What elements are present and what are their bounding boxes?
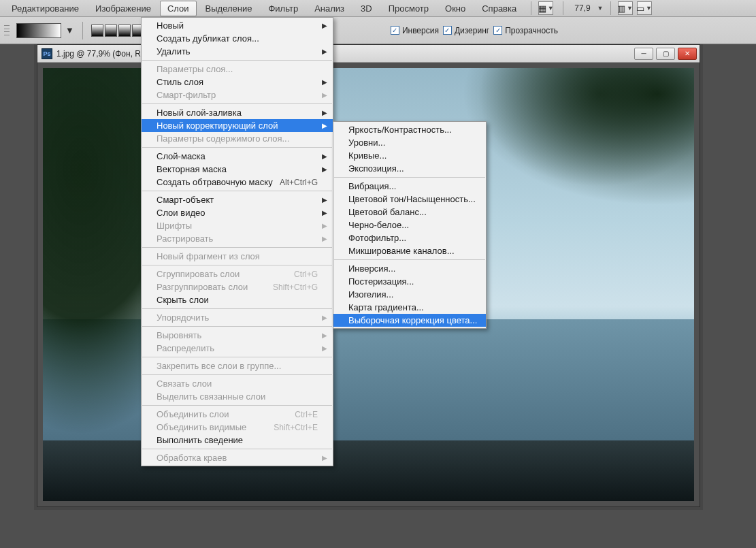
chevron-down-icon[interactable]: ▼ bbox=[596, 5, 604, 12]
layers-menu-item[interactable]: Слои видео▶ bbox=[142, 206, 333, 219]
chevron-down-icon[interactable]: ▼ bbox=[65, 25, 74, 35]
main-menubar: Редактирование Изображение Слои Выделени… bbox=[0, 0, 756, 17]
layers-menu-item[interactable]: Слой-маска▶ bbox=[142, 150, 333, 163]
layers-menu-item[interactable]: Новый корректирующий слой▶ bbox=[142, 119, 333, 132]
inversion-checkbox[interactable]: ✓Инверсия bbox=[391, 26, 439, 35]
separator bbox=[563, 1, 563, 15]
adjustment-menu-item[interactable]: Цветовой баланс... bbox=[333, 206, 486, 219]
layers-menu-item[interactable]: Создать дубликат слоя... bbox=[142, 32, 333, 45]
layers-menu-item[interactable]: Смарт-объект▶ bbox=[142, 193, 333, 206]
screen-mode-icon[interactable]: ▦▼ bbox=[538, 1, 553, 15]
submenu-arrow-icon: ▶ bbox=[322, 454, 327, 462]
adjustment-menu-item[interactable]: Выборочная коррекция цвета... bbox=[333, 314, 486, 327]
menu-filter[interactable]: Фильтр bbox=[261, 1, 306, 16]
menu-item-label: Черно-белое... bbox=[348, 220, 409, 230]
menu-item-label: Параметры содержимого слоя... bbox=[157, 133, 289, 144]
menu-item-label: Распределить bbox=[157, 343, 214, 353]
menu-shortcut: Ctrl+E bbox=[295, 410, 318, 419]
menu-edit[interactable]: Редактирование bbox=[4, 1, 86, 16]
submenu-arrow-icon: ▶ bbox=[322, 78, 327, 86]
menu-view[interactable]: Просмотр bbox=[381, 1, 436, 16]
layers-menu-item: Объединить видимыеShift+Ctrl+E bbox=[142, 421, 333, 434]
menu-item-label: Фотофильтр... bbox=[348, 233, 406, 243]
menu-item-label: Стиль слоя bbox=[157, 77, 203, 87]
adjustment-menu-item[interactable]: Яркость/Контрастность... bbox=[333, 123, 486, 136]
menu-separator bbox=[334, 259, 485, 260]
adjustment-menu-item[interactable]: Инверсия... bbox=[333, 262, 486, 275]
menu-item-label: Векторная маска bbox=[157, 164, 227, 174]
menu-item-label: Выделить связанные слои bbox=[157, 391, 265, 402]
menu-layers[interactable]: Слои bbox=[160, 1, 197, 16]
menu-shortcut: Shift+Ctrl+E bbox=[274, 423, 318, 432]
arrange-icon[interactable]: ▥▼ bbox=[618, 1, 633, 15]
menu-item-label: Кривые... bbox=[348, 150, 387, 161]
menu-analysis[interactable]: Анализ bbox=[307, 1, 352, 16]
adjustment-menu-item[interactable]: Микширование каналов... bbox=[333, 244, 486, 257]
adjustment-menu-item[interactable]: Экспозиция... bbox=[333, 162, 486, 175]
menu-item-label: Новый фрагмент из слоя bbox=[157, 251, 260, 261]
menu-item-label: Новый слой-заливка bbox=[157, 108, 242, 118]
inversion-label: Инверсия bbox=[402, 26, 439, 35]
workspace-icon[interactable]: ▭▼ bbox=[637, 1, 652, 15]
adjustment-menu-item[interactable]: Изогелия... bbox=[333, 288, 486, 301]
grabber-icon[interactable] bbox=[4, 22, 10, 39]
adjustment-menu-item[interactable]: Карта градиента... bbox=[333, 301, 486, 314]
submenu-arrow-icon: ▶ bbox=[322, 109, 327, 116]
menu-window[interactable]: Окно bbox=[438, 1, 473, 16]
layers-menu-item[interactable]: Скрыть слои bbox=[142, 293, 333, 306]
menu-selection[interactable]: Выделение bbox=[198, 1, 260, 16]
menu-item-label: Шрифты bbox=[157, 221, 192, 231]
gradient-linear[interactable] bbox=[91, 25, 103, 37]
menu-image[interactable]: Изображение bbox=[88, 1, 159, 16]
gradient-swatch[interactable] bbox=[16, 23, 61, 38]
layers-menu-item[interactable]: Новый▶ bbox=[142, 19, 333, 32]
gradient-angle[interactable] bbox=[118, 25, 131, 37]
layers-menu-item: Обработка краев▶ bbox=[142, 451, 333, 464]
maximize-button[interactable]: ▢ bbox=[656, 48, 675, 60]
separator bbox=[610, 1, 611, 15]
document-titlebar[interactable]: Ps 1.jpg @ 77,9% (Фон, R ─ ▢ ✕ bbox=[37, 45, 700, 63]
adjustment-menu-item[interactable]: Кривые... bbox=[333, 149, 486, 162]
menu-separator bbox=[142, 191, 332, 191]
layers-menu-item[interactable]: Стиль слоя▶ bbox=[142, 76, 333, 88]
minimize-button[interactable]: ─ bbox=[634, 48, 653, 60]
close-button[interactable]: ✕ bbox=[678, 48, 697, 60]
menu-item-label: Выровнять bbox=[157, 330, 201, 340]
layers-menu-item: Связать слои bbox=[142, 377, 333, 390]
menu-item-label: Разгруппировать слои bbox=[157, 282, 248, 292]
menu-help[interactable]: Справка bbox=[474, 1, 524, 16]
adjustment-menu-item[interactable]: Уровни... bbox=[333, 136, 486, 149]
layers-menu-item: Параметры слоя... bbox=[142, 63, 333, 76]
menu-separator bbox=[142, 405, 332, 406]
layers-menu-item: Упорядочить▶ bbox=[142, 311, 333, 324]
zoom-value[interactable]: 77,9 bbox=[570, 3, 594, 13]
options-bar: ▼ ✓Инверсия ✓Дизеринг ✓Прозрачность bbox=[0, 17, 756, 44]
menu-item-label: Вибрация... bbox=[348, 181, 396, 191]
layers-menu-item[interactable]: Выполнить сведение bbox=[142, 434, 333, 447]
adjustment-menu-item[interactable]: Постеризация... bbox=[333, 275, 486, 288]
menu-item-label: Инверсия... bbox=[348, 263, 395, 274]
layers-menu-item[interactable]: Векторная маска▶ bbox=[142, 163, 333, 176]
layers-menu-item[interactable]: Новый слой-заливка▶ bbox=[142, 106, 333, 119]
layers-menu-item: Сгруппировать слоиCtrl+G bbox=[142, 268, 333, 280]
adjustment-menu-item[interactable]: Фотофильтр... bbox=[333, 231, 486, 244]
menu-item-label: Упорядочить bbox=[157, 312, 209, 323]
layers-menu-item[interactable]: Создать обтравочную маскуAlt+Ctrl+G bbox=[142, 176, 333, 189]
separator bbox=[82, 22, 83, 39]
adjustment-menu-item[interactable]: Цветовой тон/Насыщенность... bbox=[333, 193, 486, 206]
menu-separator bbox=[142, 326, 332, 327]
dithering-checkbox[interactable]: ✓Дизеринг bbox=[443, 26, 489, 35]
menu-item-label: Закрепить все слои в группе... bbox=[157, 361, 281, 371]
layers-menu-item[interactable]: Удалить▶ bbox=[142, 45, 333, 58]
menu-item-label: Удалить bbox=[157, 46, 191, 57]
adjustment-menu-item[interactable]: Черно-белое... bbox=[333, 219, 486, 231]
transparency-checkbox[interactable]: ✓Прозрачность bbox=[493, 26, 558, 35]
menu-separator bbox=[142, 147, 332, 148]
layers-menu-item: Выделить связанные слои bbox=[142, 390, 333, 403]
menu-separator bbox=[142, 357, 332, 357]
menu-item-label: Смарт-объект bbox=[157, 195, 214, 205]
adjustment-menu-item[interactable]: Вибрация... bbox=[333, 180, 486, 193]
menu-3d[interactable]: 3D bbox=[353, 1, 380, 16]
gradient-radial[interactable] bbox=[105, 25, 117, 37]
menu-item-label: Параметры слоя... bbox=[157, 64, 233, 74]
